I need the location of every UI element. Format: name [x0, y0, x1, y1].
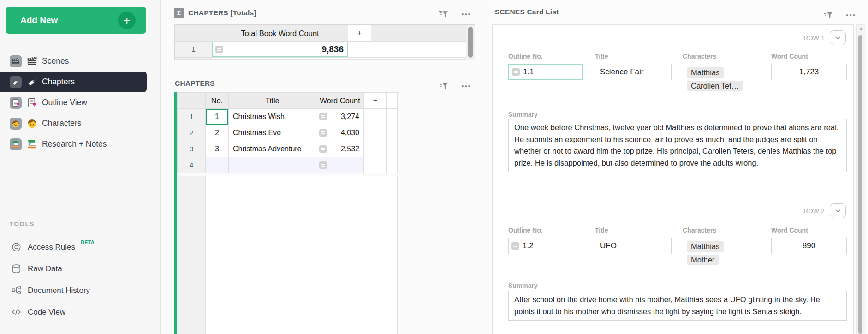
no-cell[interactable]: 3: [206, 141, 229, 157]
empty-cell: [387, 109, 398, 125]
totals-panel-actions: •••: [439, 9, 471, 19]
sidebar-item-characters[interactable]: Characters: [0, 113, 160, 134]
empty-cell: [387, 125, 398, 141]
field-label-summary: Summary: [508, 111, 538, 118]
tag-icon: [27, 77, 37, 87]
field-label-title: Title: [595, 227, 608, 234]
sidebar-item-outline-view[interactable]: Outline View: [0, 92, 160, 113]
empty-cell[interactable]: [364, 141, 387, 157]
row-number-header[interactable]: [178, 93, 206, 109]
add-new-label: Add New: [20, 15, 58, 25]
title-cell[interactable]: Christmas Eve: [229, 125, 316, 141]
sidebar-item-scenes[interactable]: Scenes: [0, 51, 160, 72]
row-number-header[interactable]: [175, 25, 212, 42]
column-header-word-count[interactable]: Word Count: [316, 93, 364, 109]
outline-no-field[interactable]: 1.1: [508, 64, 583, 80]
field-label-summary: Summary: [508, 282, 538, 289]
row-number-cell[interactable]: 1: [178, 109, 206, 125]
no-cell[interactable]: 2: [206, 125, 229, 141]
no-cell[interactable]: 1: [206, 109, 229, 125]
card-list-container: ROW 1 Outline No. Title Characters Word …: [492, 24, 854, 334]
characters-field[interactable]: Matthias Mother: [683, 238, 759, 272]
word-count-cell[interactable]: 3,274: [316, 109, 364, 125]
sidebar-item-chapters[interactable]: Chapters: [0, 72, 147, 92]
outline-no-field[interactable]: 1.2: [508, 238, 583, 254]
column-header-total-book-word-count[interactable]: Total Book Word Count: [212, 25, 348, 42]
tool-item-document-history[interactable]: Document History: [0, 280, 160, 301]
column-header-no[interactable]: No.: [206, 93, 229, 109]
empty-cell: [371, 42, 467, 58]
title-cell[interactable]: Christmas Wish: [229, 109, 316, 125]
history-tree-icon: [11, 285, 22, 296]
tool-item-raw-data[interactable]: Raw Data: [0, 258, 160, 280]
row-1-header: ROW 1: [803, 30, 846, 45]
filter-icon[interactable]: [823, 10, 833, 20]
chapters-table: No. Title Word Count + 1 1 Christmas Wis…: [174, 92, 398, 334]
totals-scrollbar[interactable]: [466, 25, 475, 60]
add-new-button[interactable]: Add New +: [6, 7, 146, 34]
field-label-characters: Characters: [683, 227, 716, 234]
scenes-scrollbar[interactable]: [856, 24, 865, 334]
field-label-word-count: Word Count: [771, 227, 808, 234]
table-row: 3 3 Christmas Adventure 2,532: [178, 141, 398, 157]
total-word-count-value: 9,836: [223, 44, 348, 54]
characters-field[interactable]: Matthias Carolien Tet…: [683, 64, 759, 98]
filter-icon[interactable]: [439, 9, 448, 19]
scroll-up-arrow-icon[interactable]: [859, 27, 863, 30]
title-field[interactable]: Science Fair: [595, 64, 672, 80]
tool-item-label: Access RulesBETA: [28, 243, 75, 252]
row-number-cell[interactable]: 3: [178, 141, 206, 157]
title-cell[interactable]: Christmas Adventure: [229, 141, 316, 157]
character-tag[interactable]: Carolien Tet…: [687, 81, 743, 91]
summary-field[interactable]: After school on the drive home with his …: [508, 291, 847, 321]
column-header-title[interactable]: Title: [229, 93, 316, 109]
row-number-cell[interactable]: 1: [175, 42, 212, 58]
character-tag[interactable]: Mother: [687, 255, 719, 265]
plus-circle-icon[interactable]: +: [118, 12, 136, 29]
character-tag[interactable]: Matthias: [687, 241, 724, 252]
no-cell[interactable]: [206, 157, 229, 173]
title-cell[interactable]: [229, 157, 316, 173]
books-icon-badge: [10, 138, 22, 150]
summary-field[interactable]: One week before Christmas, twelve year o…: [508, 119, 847, 172]
more-options-icon[interactable]: •••: [461, 83, 471, 89]
document-icon-badge: [10, 97, 22, 109]
eye-icon: [11, 242, 22, 252]
database-icon: [11, 263, 22, 274]
collapse-row-button[interactable]: [830, 30, 846, 45]
chevron-down-icon: [835, 35, 841, 41]
word-count-field[interactable]: 890: [771, 238, 847, 254]
row-number-cell[interactable]: 2: [178, 125, 206, 141]
empty-cell[interactable]: [364, 157, 387, 173]
field-label-outline-no: Outline No.: [508, 227, 543, 234]
add-column-button[interactable]: +: [348, 25, 371, 42]
field-label-word-count: Word Count: [771, 53, 808, 60]
scrollbar-thumb[interactable]: [468, 27, 473, 58]
formula-icon: [319, 145, 327, 153]
character-tag[interactable]: Matthias: [687, 67, 724, 78]
total-word-count-cell[interactable]: 9,836: [212, 42, 348, 58]
scrollbar-thumb[interactable]: [858, 35, 862, 334]
more-options-icon[interactable]: •••: [846, 12, 856, 18]
title-field[interactable]: UFO: [595, 238, 672, 254]
table-header-row: Total Book Word Count +: [175, 25, 467, 42]
empty-cell[interactable]: [364, 125, 387, 141]
word-count-cell[interactable]: [316, 157, 364, 173]
more-options-icon[interactable]: •••: [461, 11, 471, 18]
word-count-cell[interactable]: 4,030: [316, 125, 364, 141]
tool-item-access-rules[interactable]: Access RulesBETA: [0, 236, 160, 258]
row-number-cell[interactable]: 4: [178, 157, 206, 173]
sidebar-item-research-notes[interactable]: Research + Notes: [0, 134, 160, 155]
word-count-field[interactable]: 1,723: [771, 64, 847, 80]
chevron-down-icon: [835, 208, 841, 214]
empty-cell[interactable]: [364, 109, 387, 125]
add-column-button[interactable]: +: [364, 93, 387, 109]
empty-cell[interactable]: [348, 42, 371, 58]
tool-item-code-view[interactable]: Code View: [0, 301, 160, 323]
header-filler: [371, 25, 467, 42]
collapse-row-button[interactable]: [830, 203, 846, 218]
code-icon: [11, 307, 22, 317]
word-count-cell[interactable]: 2,532: [316, 141, 364, 157]
filter-icon[interactable]: [439, 81, 448, 91]
tool-item-label: Code View: [28, 308, 65, 317]
